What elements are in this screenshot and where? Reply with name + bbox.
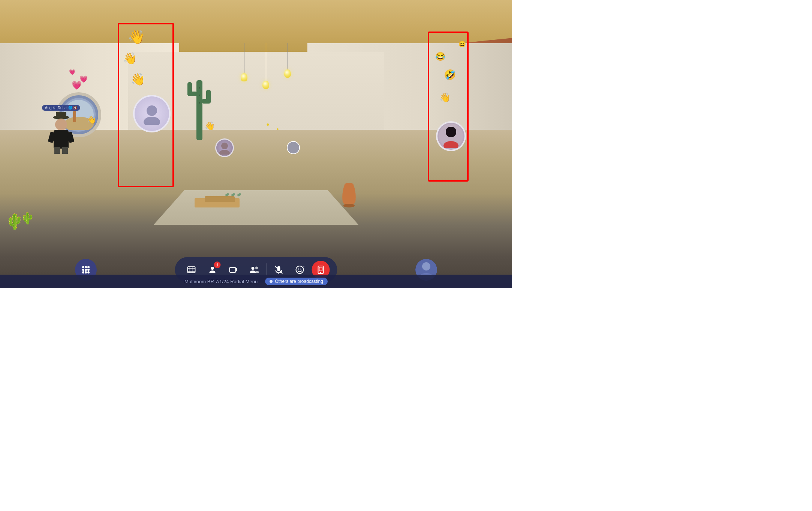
svg-point-3 — [147, 105, 157, 116]
participants-badge: 1 — [214, 262, 221, 268]
svg-point-12 — [199, 87, 200, 89]
angela-leg-right — [62, 147, 68, 154]
light-3 — [284, 43, 291, 89]
svg-line-39 — [303, 266, 304, 268]
light-1 — [241, 43, 247, 89]
light-glow-dot-1: ● — [266, 121, 269, 127]
svg-rect-31 — [230, 268, 236, 272]
mid-person-icon — [218, 141, 231, 155]
svg-point-33 — [255, 267, 258, 269]
svg-rect-11 — [206, 90, 211, 104]
light-bulb-2 — [262, 81, 269, 89]
svg-rect-9 — [187, 82, 192, 96]
cactus — [184, 58, 214, 140]
prickly-pear-left2: 🌵 — [21, 212, 34, 225]
film-icon — [187, 265, 196, 274]
vase — [340, 181, 358, 207]
svg-point-23 — [82, 269, 84, 271]
right-female-icon — [439, 124, 463, 148]
light-bulb-3 — [284, 69, 291, 78]
svg-point-30 — [211, 267, 214, 270]
pathway-decoration — [225, 194, 248, 196]
hat-top — [56, 112, 66, 118]
svg-point-21 — [85, 266, 87, 268]
svg-point-5 — [221, 143, 228, 149]
avatar-center-anonymous — [133, 95, 171, 132]
light-cord-1 — [244, 43, 244, 73]
broadcast-dot — [270, 280, 273, 283]
svg-point-37 — [298, 269, 299, 270]
broadcasting-text: Others are broadcasting — [275, 279, 323, 284]
avatar-right-female — [436, 121, 466, 151]
svg-point-25 — [87, 269, 90, 271]
floor-path — [154, 190, 358, 225]
status-bar: Multiroom BR 7/1/24 Radial Menu Others a… — [0, 275, 512, 288]
svg-point-16 — [343, 204, 355, 207]
angela-icon: 🌐 🔇 — [68, 106, 78, 110]
light-2 — [262, 43, 269, 89]
svg-point-44 — [422, 262, 430, 271]
svg-point-42 — [320, 272, 321, 273]
svg-point-13 — [199, 95, 200, 96]
scene-background: Angela Dutta 🌐 🔇 👋 💗 💗 💗 — [0, 0, 512, 288]
avatar-mid-center — [215, 138, 234, 157]
svg-point-32 — [252, 267, 255, 270]
hanging-lights — [241, 43, 291, 89]
planter-top — [205, 196, 235, 202]
room-label: Multiroom BR 7/1/24 Radial Menu — [184, 279, 258, 284]
svg-point-6 — [219, 150, 230, 155]
angela-figure — [46, 113, 76, 154]
light-glow-dot-2: ● — [277, 127, 279, 131]
svg-point-24 — [85, 269, 87, 271]
angela-name-badge: Angela Dutta 🌐 🔇 — [42, 105, 80, 111]
svg-rect-41 — [319, 267, 322, 271]
svg-rect-7 — [196, 80, 202, 140]
broadcast-icon — [316, 265, 325, 274]
light-cord-3 — [288, 43, 288, 69]
grid-icon — [81, 265, 91, 275]
svg-point-38 — [300, 269, 301, 270]
anonymous-person-icon — [141, 102, 163, 125]
svg-point-14 — [199, 102, 200, 104]
broadcasting-status[interactable]: Others are broadcasting — [265, 278, 328, 285]
svg-rect-29 — [188, 267, 195, 273]
angela-name-text: Angela Dutta — [45, 106, 67, 110]
camera-icon — [229, 265, 238, 274]
light-bulb-1 — [241, 73, 247, 81]
svg-point-36 — [296, 266, 304, 274]
people-icon — [250, 265, 259, 274]
emoji-icon — [295, 265, 304, 274]
svg-point-20 — [82, 266, 84, 268]
avatar-angela-dutta: Angela Dutta 🌐 🔇 — [46, 113, 76, 154]
svg-point-22 — [87, 266, 90, 268]
svg-point-28 — [87, 271, 90, 274]
angela-leg-left — [54, 147, 60, 154]
angela-body-cloth — [54, 130, 69, 149]
svg-point-26 — [82, 271, 84, 274]
svg-point-4 — [144, 117, 160, 125]
mic-muted-icon — [274, 265, 283, 274]
angela-head — [55, 119, 67, 131]
light-cord-2 — [266, 43, 266, 81]
svg-point-27 — [85, 271, 87, 274]
